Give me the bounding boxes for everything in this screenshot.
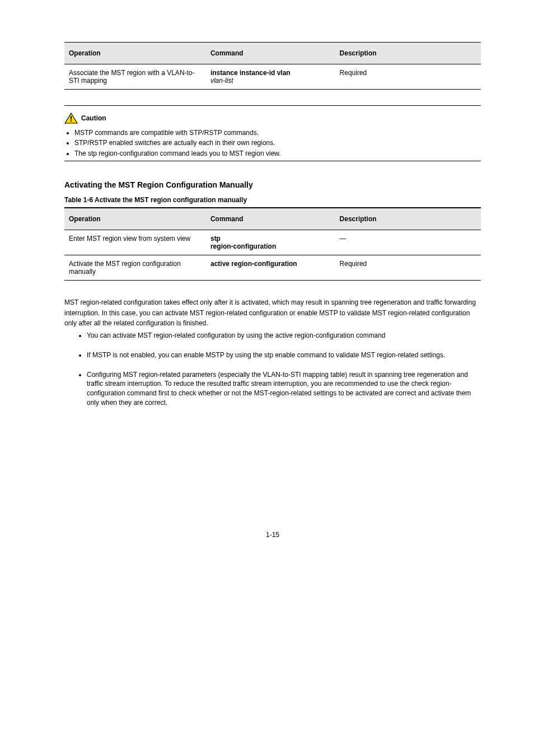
svg-rect-2 [71, 120, 72, 122]
cell-description: Required [335, 255, 481, 281]
caution-list: MSTP commands are compatible with STP/RS… [64, 128, 481, 158]
table-activate-mst: Operation Command Description Enter MST … [64, 207, 481, 281]
table-row: Associate the MST region with a VLAN-to-… [64, 64, 481, 90]
cell-description: — [335, 230, 481, 255]
cell-description: Required [335, 64, 481, 90]
table-caption: Table 1-6 Activate the MST region config… [64, 196, 481, 204]
svg-rect-1 [71, 116, 72, 120]
cell-operation: Activate the MST region configuration ma… [64, 255, 206, 281]
divider [64, 105, 481, 106]
cell-command: active region-configuration [206, 255, 335, 281]
caution-block: Caution MSTP commands are compatible wit… [64, 113, 481, 158]
section-heading: Activating the MST Region Configuration … [64, 180, 481, 189]
table-mst-vlan-mapping: Operation Command Description Associate … [64, 42, 481, 90]
list-item: Configuring MST region-related parameter… [87, 370, 481, 408]
list-item: STP/RSTP enabled switches are actually e… [74, 138, 481, 148]
table-header-command: Command [206, 208, 335, 230]
list-item: The stp region-configuration command lea… [74, 149, 481, 158]
warning-icon [64, 113, 78, 124]
table-header-operation: Operation [64, 208, 206, 230]
caution-label: Caution [81, 114, 106, 122]
list-item: If MSTP is not enabled, you can enable M… [87, 351, 481, 360]
cell-operation: Associate the MST region with a VLAN-to-… [64, 64, 206, 90]
table-row: Activate the MST region configuration ma… [64, 255, 481, 281]
page-number: 1-15 [64, 531, 481, 539]
table-header-command: Command [206, 43, 335, 64]
cell-command: stp region-configuration [206, 230, 335, 255]
list-item: MSTP commands are compatible with STP/RS… [74, 128, 481, 138]
body-text: MST region-related configuration takes e… [64, 297, 481, 408]
cell-operation: Enter MST region view from system view [64, 230, 206, 255]
divider [64, 161, 481, 161]
table-header-operation: Operation [64, 43, 206, 64]
body-list: You can activate MST region-related conf… [64, 331, 481, 408]
cell-command: instance instance-id vlan vlan-list [206, 64, 335, 90]
paragraph: MST region-related configuration takes e… [64, 297, 481, 329]
caution-header: Caution [64, 113, 481, 124]
table-header-description: Description [335, 208, 481, 230]
table-row: Enter MST region view from system view s… [64, 230, 481, 255]
list-item: You can activate MST region-related conf… [87, 331, 481, 340]
table-header-description: Description [335, 43, 481, 64]
